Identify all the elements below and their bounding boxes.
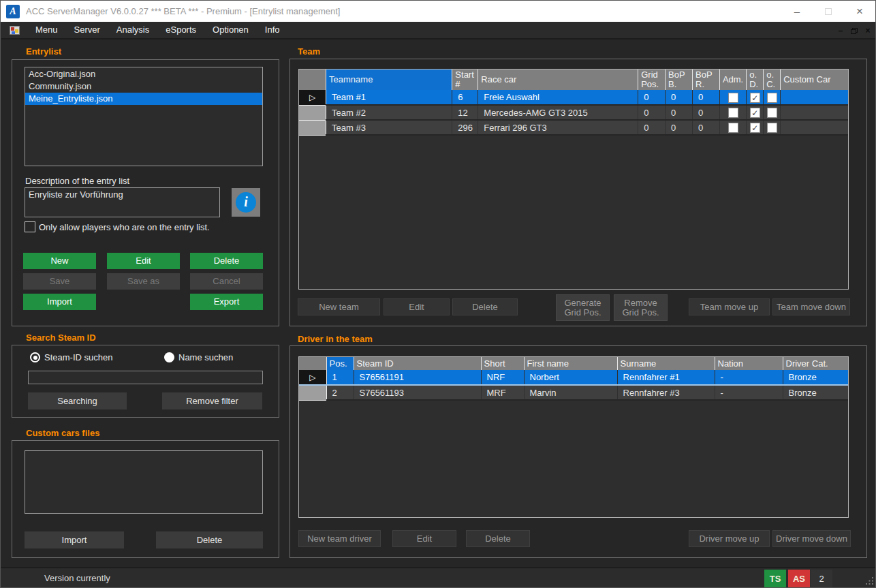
team-move-down-button[interactable]: Team move down (772, 298, 850, 315)
team-cell-custom_car[interactable] (781, 90, 848, 105)
entrylist-file-item[interactable]: Community.json (25, 80, 262, 93)
adm-checkbox[interactable] (728, 123, 738, 133)
o_d-checkbox[interactable]: ✓ (750, 93, 760, 103)
driver-row[interactable]: ▷1S76561191NRFNorbertRennfahrer #1-Bronz… (299, 370, 848, 385)
o_c-checkbox[interactable] (767, 93, 777, 103)
team-cell-adm[interactable] (719, 90, 746, 105)
name-radio[interactable] (164, 352, 174, 362)
app-icon[interactable]: A (6, 5, 20, 18)
export-button[interactable]: Export (190, 294, 263, 310)
team-column-header-bop-r[interactable]: BoP R. (693, 69, 720, 90)
driver-edit-button[interactable]: Edit (392, 530, 456, 547)
driver-cell-surname[interactable]: Rennfahrer #3 (617, 385, 715, 400)
o_d-checkbox[interactable]: ✓ (750, 108, 760, 118)
new-button[interactable]: New (23, 253, 96, 269)
team-row-selector[interactable]: ▷ (299, 90, 326, 105)
team-cell-race_car[interactable]: Mercedes-AMG GT3 2015 (478, 105, 638, 120)
team-column-header-teamname[interactable]: Teamname (326, 69, 452, 90)
team-cell-teamname[interactable]: Team #3 (326, 120, 452, 135)
driver-move-up-button[interactable]: Driver move up (689, 530, 770, 547)
o_c-checkbox[interactable] (767, 123, 777, 133)
team-edit-button[interactable]: Edit (384, 298, 450, 315)
team-column-header-o-c[interactable]: o. C. (764, 69, 781, 90)
driver-cell-first_name[interactable]: Marvin (524, 385, 617, 400)
import-button[interactable]: Import (23, 294, 96, 310)
new-team-button[interactable]: New team (298, 298, 380, 315)
menu-item-menu[interactable]: Menu (27, 21, 66, 39)
driver-column-header-driver-cat[interactable]: Driver Cat. (783, 357, 848, 370)
driver-cell-short[interactable]: MRF (481, 385, 524, 400)
team-cell-adm[interactable] (719, 105, 746, 120)
team-cell-o_c[interactable] (764, 120, 781, 135)
mdi-child-icon[interactable] (10, 26, 20, 35)
driver-cell-driver_cat[interactable]: Bronze (783, 370, 848, 385)
searching-button[interactable]: Searching (28, 392, 127, 409)
team-column-header-selector[interactable] (299, 69, 326, 90)
team-cell-grid_pos[interactable]: 0 (638, 105, 666, 120)
team-column-header-adm[interactable]: Adm. (719, 69, 746, 90)
adm-checkbox[interactable] (728, 93, 738, 103)
team-cell-custom_car[interactable] (781, 120, 848, 135)
driver-cell-nation[interactable]: - (715, 385, 783, 400)
adm-checkbox[interactable] (728, 108, 738, 118)
entrylist-file-item[interactable]: Acc-Original.json (25, 68, 262, 80)
driver-row-selector[interactable]: ▷ (299, 370, 326, 385)
team-cell-o_c[interactable] (764, 90, 781, 105)
custom-delete-button[interactable]: Delete (156, 531, 263, 548)
team-cell-teamname[interactable]: Team #2 (326, 105, 452, 120)
team-cell-bop_r[interactable]: 0 (693, 90, 720, 105)
driver-column-header-first-name[interactable]: First name (524, 357, 617, 370)
save-as-button[interactable]: Save as (107, 273, 180, 290)
team-column-header-start[interactable]: Start # (452, 69, 478, 90)
driver-cell-nation[interactable]: - (715, 370, 783, 385)
menu-item-server[interactable]: Server (66, 21, 108, 39)
close-button[interactable]: × (844, 1, 875, 22)
team-cell-bop_b[interactable]: 0 (666, 105, 693, 120)
delete-button[interactable]: Delete (190, 253, 263, 269)
entrylist-file-item[interactable]: Meine_Entryliste.json (25, 93, 262, 105)
team-cell-custom_car[interactable] (781, 105, 848, 120)
driver-cell-pos[interactable]: 2 (326, 385, 354, 400)
team-cell-o_d[interactable]: ✓ (747, 105, 764, 120)
driver-cell-short[interactable]: NRF (481, 370, 524, 385)
driver-cell-steam_id[interactable]: S76561193 (354, 385, 481, 400)
as-status-badge[interactable]: AS (788, 570, 810, 587)
team-cell-o_c[interactable] (764, 105, 781, 120)
mdi-restore-icon[interactable] (851, 28, 858, 34)
team-cell-o_d[interactable]: ✓ (747, 90, 764, 105)
menu-item-optionen[interactable]: Optionen (204, 21, 257, 39)
mdi-close-icon[interactable]: × (864, 26, 872, 35)
team-column-header-race-car[interactable]: Race car (478, 69, 638, 90)
resize-grip[interactable] (866, 577, 874, 585)
menu-item-analysis[interactable]: Analysis (108, 21, 157, 39)
driver-cell-steam_id[interactable]: S76561191 (354, 370, 481, 385)
description-textarea[interactable]: Enryliste zur Vorführung (25, 187, 220, 217)
driver-column-header-short[interactable]: Short (481, 357, 524, 370)
driver-row[interactable]: 2S76561193MRFMarvinRennfahrer #3-Bronze (299, 385, 848, 400)
driver-column-header-steam-id[interactable]: Steam ID (354, 357, 481, 370)
new-team-driver-button[interactable]: New team driver (298, 530, 381, 547)
generate-grid-pos-button[interactable]: Generate Grid Pos. (556, 294, 610, 321)
team-cell-start[interactable]: 12 (452, 105, 478, 120)
driver-delete-button[interactable]: Delete (466, 530, 530, 547)
team-row[interactable]: Team #212Mercedes-AMG GT3 2015000✓ (299, 105, 848, 120)
team-cell-grid_pos[interactable]: 0 (638, 120, 666, 135)
team-cell-start[interactable]: 6 (452, 90, 478, 105)
search-input[interactable] (28, 371, 263, 384)
team-cell-o_d[interactable]: ✓ (747, 120, 764, 135)
maximize-button[interactable] (813, 1, 844, 22)
driver-cell-pos[interactable]: 1 (326, 370, 354, 385)
team-cell-race_car[interactable]: Ferrari 296 GT3 (478, 120, 638, 135)
team-cell-bop_b[interactable]: 0 (666, 90, 693, 105)
team-cell-start[interactable]: 296 (452, 120, 478, 135)
remove-grid-pos-button[interactable]: Remove Grid Pos. (614, 294, 668, 321)
team-column-header-bop-b[interactable]: BoP B. (666, 69, 693, 90)
remove-filter-button[interactable]: Remove filter (162, 392, 262, 409)
steam-id-radio[interactable] (30, 352, 40, 362)
entrylist-only-checkbox[interactable] (25, 221, 35, 232)
team-cell-bop_r[interactable]: 0 (693, 120, 720, 135)
team-cell-adm[interactable] (719, 120, 746, 135)
driver-column-header-nation[interactable]: Nation (715, 357, 783, 370)
driver-row-selector[interactable] (299, 385, 326, 400)
team-move-up-button[interactable]: Team move up (689, 298, 770, 315)
